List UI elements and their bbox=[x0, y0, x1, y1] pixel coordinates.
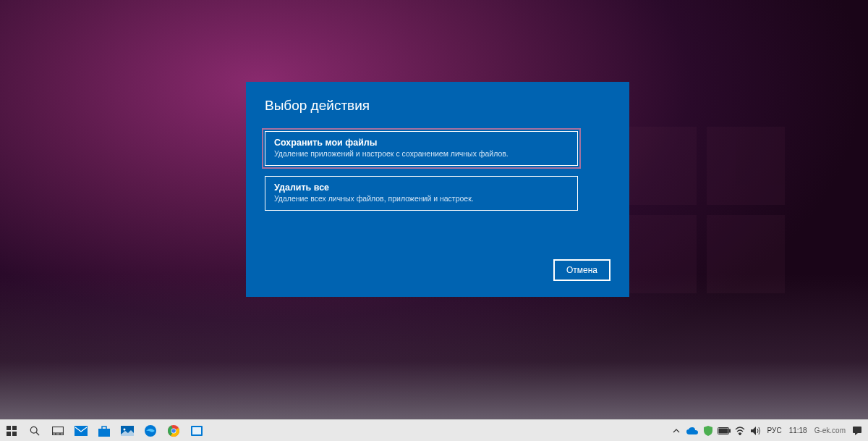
svg-point-26 bbox=[739, 434, 741, 435]
task-view-button[interactable] bbox=[46, 420, 69, 442]
svg-point-4 bbox=[30, 427, 37, 433]
dialog-title: Выбор действия bbox=[265, 98, 610, 114]
option-keep-files-desc: Удаление приложений и настроек с сохране… bbox=[274, 149, 569, 158]
option-keep-files-title: Сохранить мои файлы bbox=[274, 138, 569, 148]
watermark-text: G-ek.com bbox=[811, 427, 849, 434]
windows-logo-watermark bbox=[618, 127, 785, 293]
mail-app-icon[interactable] bbox=[69, 420, 93, 442]
svg-rect-10 bbox=[75, 426, 88, 436]
wifi-icon[interactable] bbox=[732, 420, 748, 442]
option-remove-all[interactable]: Удалить все Удаление всех личных файлов,… bbox=[265, 176, 578, 211]
svg-rect-3 bbox=[12, 432, 17, 436]
svg-rect-1 bbox=[12, 426, 17, 430]
option-remove-all-desc: Удаление всех личных файлов, приложений … bbox=[274, 194, 569, 203]
svg-rect-0 bbox=[7, 426, 11, 430]
option-keep-files[interactable]: Сохранить мои файлы Удаление приложений … bbox=[265, 131, 578, 166]
security-icon[interactable] bbox=[700, 420, 716, 442]
store-app-icon[interactable] bbox=[93, 420, 116, 442]
tray-expand-icon[interactable] bbox=[668, 420, 684, 442]
app-icon[interactable] bbox=[185, 420, 208, 442]
svg-rect-6 bbox=[53, 427, 64, 434]
option-remove-all-title: Удалить все bbox=[274, 182, 569, 193]
photos-app-icon[interactable] bbox=[116, 420, 139, 442]
battery-icon[interactable] bbox=[716, 420, 732, 442]
svg-point-14 bbox=[124, 428, 126, 430]
svg-rect-24 bbox=[729, 429, 731, 432]
volume-icon[interactable] bbox=[748, 420, 764, 442]
search-button[interactable] bbox=[23, 420, 46, 442]
start-button[interactable] bbox=[0, 420, 23, 442]
language-indicator[interactable]: РУС bbox=[764, 427, 786, 434]
svg-point-20 bbox=[171, 429, 176, 433]
svg-rect-2 bbox=[7, 432, 11, 436]
edge-app-icon[interactable] bbox=[139, 420, 162, 442]
desktop-wallpaper: Выбор действия Сохранить мои файлы Удале… bbox=[0, 0, 868, 419]
svg-rect-25 bbox=[719, 429, 728, 433]
reset-dialog: Выбор действия Сохранить мои файлы Удале… bbox=[246, 82, 629, 297]
onedrive-icon[interactable] bbox=[684, 420, 700, 442]
clock[interactable]: 11:18 bbox=[786, 427, 811, 434]
taskbar: РУС 11:18 G-ek.com bbox=[0, 419, 868, 441]
svg-rect-22 bbox=[192, 427, 201, 434]
cancel-button[interactable]: Отмена bbox=[553, 259, 610, 281]
chrome-app-icon[interactable] bbox=[162, 420, 185, 442]
svg-rect-12 bbox=[102, 427, 106, 429]
svg-line-5 bbox=[36, 432, 39, 435]
action-center-icon[interactable] bbox=[849, 420, 865, 442]
svg-rect-27 bbox=[853, 427, 861, 433]
